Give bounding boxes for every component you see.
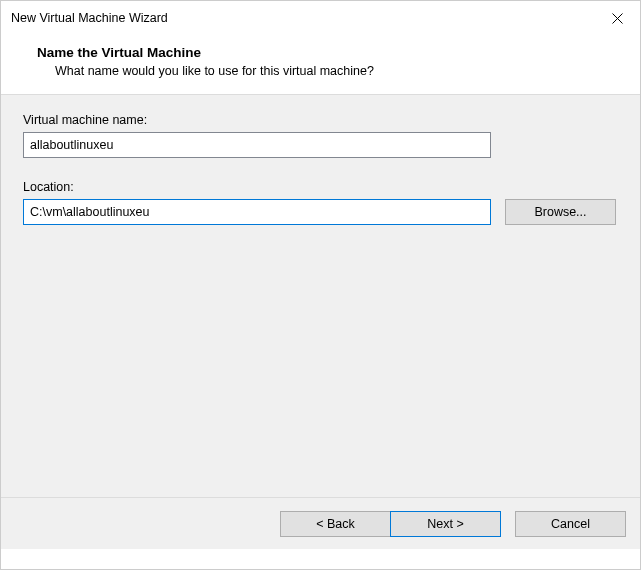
wizard-body: Virtual machine name: Location: Browse..… bbox=[1, 95, 640, 497]
close-icon bbox=[612, 13, 623, 24]
next-button[interactable]: Next > bbox=[390, 511, 501, 537]
back-button[interactable]: < Back bbox=[280, 511, 391, 537]
page-heading: Name the Virtual Machine bbox=[37, 45, 620, 60]
vm-name-label: Virtual machine name: bbox=[23, 113, 618, 127]
cancel-button[interactable]: Cancel bbox=[515, 511, 626, 537]
location-input[interactable] bbox=[23, 199, 491, 225]
close-button[interactable] bbox=[594, 1, 640, 35]
vm-name-input[interactable] bbox=[23, 132, 491, 158]
titlebar: New Virtual Machine Wizard bbox=[1, 1, 640, 35]
wizard-footer: < Back Next > Cancel bbox=[1, 497, 640, 549]
wizard-header: Name the Virtual Machine What name would… bbox=[1, 35, 640, 94]
browse-button[interactable]: Browse... bbox=[505, 199, 616, 225]
page-subtext: What name would you like to use for this… bbox=[37, 64, 620, 78]
nav-button-group: < Back Next > bbox=[280, 511, 501, 537]
window-title: New Virtual Machine Wizard bbox=[11, 11, 594, 25]
location-label: Location: bbox=[23, 180, 618, 194]
